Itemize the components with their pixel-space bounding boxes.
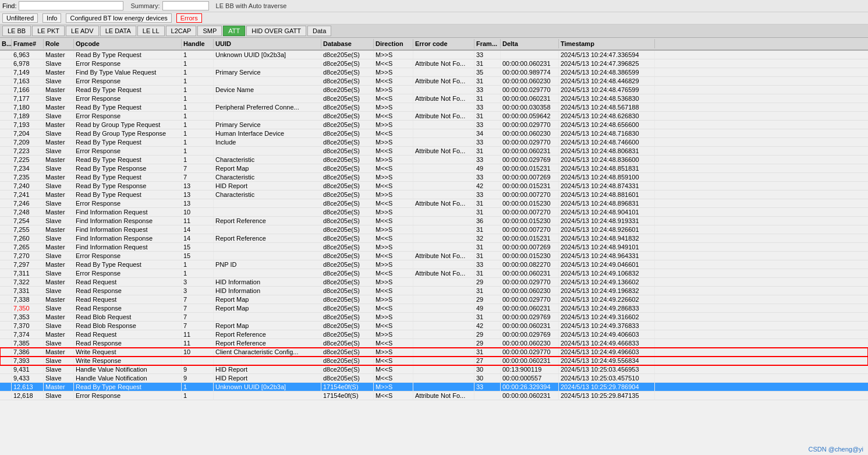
cell-uuid: HID Report: [214, 182, 321, 190]
filter-tab-errors[interactable]: Errors: [176, 13, 202, 23]
table-row[interactable]: 9,433SlaveHandle Value Notification9HID …: [0, 374, 868, 383]
table-row[interactable]: 7,204SlaveRead By Group Type Response1Hu…: [0, 129, 868, 138]
tab-lepkt[interactable]: LE PKT: [32, 26, 65, 36]
cell-fram: 36: [474, 217, 501, 225]
table-row[interactable]: 7,177SlaveError Response1d8ce205e(S)M<<S…: [0, 94, 868, 103]
table-row[interactable]: 7,331SlaveRead Response3HID Informationd…: [0, 287, 868, 295]
table-row[interactable]: 7,225MasterRead By Type Request1Characte…: [0, 156, 868, 164]
cell-database: d8ce205e(S): [321, 295, 374, 304]
table-row[interactable]: 7,386MasterWrite Request10Client Charact…: [0, 348, 868, 357]
table-row[interactable]: 7,193MasterRead by Group Type Request1Pr…: [0, 121, 868, 129]
filter-tab-configured[interactable]: Configured BT low energy devices: [66, 13, 171, 23]
cell-frame: 7,149: [12, 68, 44, 76]
table-row[interactable]: 7,297MasterRead By Type Request1PNP IDd8…: [0, 260, 868, 269]
cell-timestamp: 2024/5/13 10:24:49.106832: [559, 269, 655, 277]
tab-lebb[interactable]: LE BB: [2, 26, 31, 36]
cell-frame: 7,370: [12, 322, 44, 330]
cell-uuid: Report Map: [214, 304, 321, 312]
table-row[interactable]: 12,613MasterRead By Type Request1Unknown…: [0, 383, 868, 391]
cell-error: [413, 129, 474, 137]
cell-database: d8ce205e(S): [321, 269, 374, 277]
tab-data[interactable]: Data: [307, 26, 331, 36]
table-row[interactable]: 7,209MasterRead By Type Request1Included…: [0, 138, 868, 147]
cell-role: Slave: [44, 164, 74, 172]
cell-direction: M<<S: [374, 304, 413, 312]
cell-role: Slave: [44, 217, 74, 225]
tab-l2cap[interactable]: L2CAP: [166, 26, 197, 36]
tab-ledata[interactable]: LE DATA: [100, 26, 136, 36]
tab-hid-over-gatt[interactable]: HID OVER GATT: [246, 26, 306, 36]
cell-uuid: Client Characteristic Config...: [214, 348, 321, 356]
col-role: Role: [44, 39, 74, 48]
table-row[interactable]: 7,353MasterRead Blob Request7d8ce205e(S)…: [0, 313, 868, 322]
table-row[interactable]: 7,180MasterRead By Type Request1Peripher…: [0, 103, 868, 112]
filter-tab-unfiltered[interactable]: Unfiltered: [2, 13, 38, 23]
summary-input[interactable]: ATT: [162, 1, 209, 10]
col-headers: B... Frame# Role Opcode Handle UUID Data…: [0, 38, 868, 51]
table-row[interactable]: 9,431SlaveHandle Value Notification9HID …: [0, 365, 868, 374]
table-row[interactable]: 7,338MasterRead Request7Report Mapd8ce20…: [0, 295, 868, 304]
cell-database: d8ce205e(S): [321, 287, 374, 295]
col-direction: Direction: [374, 39, 413, 48]
table-row[interactable]: 7,322MasterRead Request3HID Informationd…: [0, 278, 868, 287]
cell-frame: 7,166: [12, 86, 44, 94]
table-row[interactable]: 7,374MasterRead Request11Report Referenc…: [0, 330, 868, 339]
table-row[interactable]: 6,963MasterRead By Type Request1Unknown …: [0, 51, 868, 59]
table-row[interactable]: 7,235MasterRead By Type Request7Characte…: [0, 173, 868, 182]
tab-smp[interactable]: SMP: [197, 26, 222, 36]
cell-role: Slave: [44, 357, 74, 365]
table-row[interactable]: 7,223SlaveError Response1d8ce205e(S)M<<S…: [0, 147, 868, 156]
cell-database: d8ce205e(S): [321, 51, 374, 59]
table-row[interactable]: 7,393SlaveWrite Responsed8ce205e(S)M<<S2…: [0, 357, 868, 365]
cell-error: [413, 225, 474, 234]
cell-b: [0, 199, 12, 207]
cell-b: [0, 365, 12, 373]
cell-delta: 00:00:00.007270: [501, 208, 559, 216]
tab-lell[interactable]: LE LL: [137, 26, 165, 36]
table-row[interactable]: 7,189SlaveError Response1d8ce205e(S)M<<S…: [0, 112, 868, 121]
cell-database: d8ce205e(S): [321, 348, 374, 356]
cell-error: [413, 348, 474, 356]
cell-direction: M>>S: [374, 173, 413, 181]
cell-handle: [182, 357, 214, 365]
find-input[interactable]: [19, 1, 123, 10]
cell-delta: 00:00:00.989774: [501, 68, 559, 76]
cell-timestamp: 2024/5/13 10:24:48.567188: [559, 103, 655, 111]
table-row[interactable]: 7,248MasterFind Information Request10d8c…: [0, 208, 868, 217]
table-row[interactable]: 7,166MasterRead By Type Request1Device N…: [0, 86, 868, 94]
table-row[interactable]: 7,270SlaveError Response15d8ce205e(S)M<<…: [0, 252, 868, 260]
table-row[interactable]: 7,149MasterFind By Type Value Request1Pr…: [0, 68, 868, 77]
table-row[interactable]: 7,260SlaveFind Information Response14Rep…: [0, 234, 868, 243]
cell-error: [413, 322, 474, 330]
cell-delta: 00:00:00.029769: [501, 313, 559, 321]
table-row[interactable]: 7,246SlaveError Response13d8ce205e(S)M<<…: [0, 199, 868, 208]
table-row[interactable]: 7,350SlaveRead Response7Report Mapd8ce20…: [0, 304, 868, 313]
cell-opcode: Read Response: [74, 339, 182, 347]
cell-timestamp: 2024/5/13 10:24:49.286833: [559, 304, 655, 312]
cell-frame: 7,265: [12, 243, 44, 251]
table-row[interactable]: 12,618SlaveError Response117154e0f(S)M<<…: [0, 391, 868, 400]
cell-fram: 31: [474, 313, 501, 321]
table-row[interactable]: 7,240SlaveRead By Type Response13HID Rep…: [0, 182, 868, 191]
cell-database: d8ce205e(S): [321, 199, 374, 207]
filter-tab-info[interactable]: Info: [42, 13, 61, 23]
table-row[interactable]: 7,385SlaveRead Response11Report Referenc…: [0, 339, 868, 348]
table-row[interactable]: 7,241MasterRead By Type Request13Charact…: [0, 191, 868, 199]
col-fram: Fram...: [474, 39, 501, 48]
table-row[interactable]: 7,254SlaveFind Information Response11Rep…: [0, 217, 868, 225]
tab-leadv[interactable]: LE ADV: [66, 26, 99, 36]
cell-fram: 32: [474, 234, 501, 242]
table-row[interactable]: 7,163SlaveError Response1d8ce205e(S)M<<S…: [0, 77, 868, 86]
table-row[interactable]: 7,265MasterFind Information Request15d8c…: [0, 243, 868, 252]
table-row[interactable]: 7,311SlaveError Response1d8ce205e(S)M<<S…: [0, 269, 868, 278]
table-row[interactable]: 7,255MasterFind Information Request14d8c…: [0, 225, 868, 234]
cell-uuid: Characteristic: [214, 173, 321, 181]
table-row[interactable]: 7,234SlaveRead By Type Response7Report M…: [0, 164, 868, 173]
cell-timestamp: 2024/5/13 10:25:29.847135: [559, 391, 655, 400]
table-row[interactable]: 6,978SlaveError Response1d8ce205e(S)M<<S…: [0, 59, 868, 68]
cell-b: [0, 269, 12, 277]
table-row[interactable]: 7,370SlaveRead Blob Response7Report Mapd…: [0, 322, 868, 330]
cell-direction: M<<S: [374, 199, 413, 207]
cell-database: d8ce205e(S): [321, 86, 374, 94]
tab-att[interactable]: ATT: [223, 26, 245, 36]
